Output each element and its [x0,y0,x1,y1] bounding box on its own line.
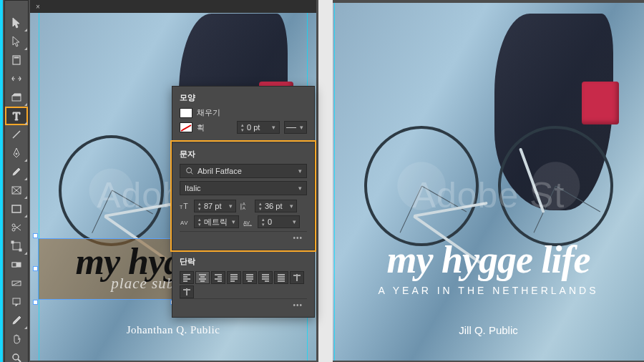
more-options-icon[interactable]: ••• [293,234,303,242]
justify-right-button[interactable] [258,271,273,284]
svg-rect-19 [13,298,20,304]
step-down-icon: ▾ [239,127,245,132]
author-text[interactable]: Johanthan Q. Public [30,324,316,336]
svg-point-9 [12,224,15,227]
eyedropper-tool[interactable] [5,311,28,330]
svg-text:A: A [243,205,246,210]
leading-input[interactable] [265,202,286,210]
more-options-icon[interactable]: ••• [293,301,303,309]
leading-icon: AA [240,201,250,211]
step-up-icon: ▴ [239,122,245,127]
type-tool[interactable] [5,107,28,125]
subtitle-text: A YEAR IN THE NETHERLANDS [333,285,644,296]
svg-text:T: T [183,202,188,210]
justify-all-button[interactable] [274,271,288,284]
svg-rect-17 [12,263,16,267]
svg-rect-8 [12,205,21,212]
font-style-select[interactable]: Italic ▾ [180,181,307,195]
tools-panel: T [4,0,29,362]
svg-text:T: T [180,205,183,210]
svg-text:V: V [184,220,188,226]
pencil-tool[interactable] [5,162,28,181]
character-section: 문자 Abril Fatface ▾ Italic ▾ TT ▴▾ ▾ A [172,142,314,250]
photo-bicycle [364,103,613,246]
align-center-button[interactable] [195,271,210,284]
gradient-swatch-tool[interactable] [5,255,28,274]
scissors-tool[interactable] [5,218,28,237]
author-text: Jill Q. Public [333,324,644,336]
kerning-input[interactable] [204,217,228,226]
svg-rect-1 [14,57,19,58]
pen-tool[interactable] [5,144,28,162]
svg-line-25 [191,172,193,175]
guide-vertical[interactable] [39,3,39,361]
chevron-down-icon[interactable]: ▾ [298,185,302,192]
free-transform-tool[interactable] [5,237,28,255]
gradient-feather-tool[interactable] [5,274,28,293]
document-tab-bar: × [30,0,316,13]
rectangle-tool[interactable] [5,200,28,218]
svg-point-20 [13,354,19,360]
stroke-label: 획 [197,122,205,133]
chevron-down-icon[interactable]: ▾ [298,124,305,131]
selection-tool[interactable] [5,14,28,32]
justify-left-button[interactable] [227,271,241,284]
chevron-down-icon: ▾ [291,218,298,225]
chevron-down-icon: ▾ [227,202,234,210]
note-tool[interactable] [5,293,28,311]
gap-tool[interactable] [5,69,28,88]
leading-field[interactable]: ▴▾ ▾ [255,200,297,212]
properties-panel: 모양 채우기 획 ▴▾ ▾ ▾ 문자 [172,86,315,318]
zoom-tool[interactable] [5,348,28,362]
hand-tool[interactable] [5,330,28,348]
chevron-down-icon: ▾ [230,218,237,225]
search-icon [185,166,195,176]
tracking-icon: AV [243,217,253,227]
align-away-spine-button[interactable] [180,285,194,298]
content-collector-tool[interactable] [5,88,28,107]
line-tool[interactable] [5,125,28,144]
rectangle-frame-tool[interactable] [5,181,28,200]
kerning-icon: AV [180,217,190,227]
align-spine-button[interactable] [290,271,304,284]
chevron-down-icon[interactable]: ▾ [270,124,277,131]
svg-text:AV: AV [243,220,250,225]
paragraph-heading: 단락 [180,256,307,267]
justify-center-button[interactable] [243,271,257,284]
align-left-button[interactable] [180,271,194,284]
stroke-style-field[interactable]: ▾ [284,121,307,134]
font-size-field[interactable]: ▴▾ ▾ [194,200,236,212]
fill-label: 채우기 [197,107,220,118]
font-style-value: Italic [185,184,201,192]
app-edge-highlight [0,0,3,362]
align-right-button[interactable] [211,271,225,284]
tab-close-icon[interactable]: × [36,3,40,11]
font-size-input[interactable] [204,202,225,210]
kerning-field[interactable]: ▴▾ ▾ [194,215,239,228]
stroke-weight-field[interactable]: ▴▾ ▾ [237,121,280,134]
fill-swatch[interactable] [180,108,192,118]
page-tool[interactable] [5,51,28,69]
title-text: my hygge life [333,238,644,282]
svg-rect-15 [19,249,21,251]
svg-point-4 [16,153,17,155]
svg-line-21 [18,359,21,362]
svg-rect-2 [12,96,21,101]
character-heading: 문자 [180,149,307,160]
chevron-down-icon[interactable]: ▾ [298,167,302,175]
guide-vertical[interactable] [334,3,335,361]
tracking-input[interactable] [268,217,289,226]
font-family-select[interactable]: Abril Fatface ▾ [180,164,307,178]
tracking-field[interactable]: ▴▾ ▾ [258,215,300,228]
svg-point-10 [12,228,15,231]
direct-selection-tool[interactable] [5,32,28,51]
font-family-value: Abril Fatface [197,167,242,175]
title-block: my hygge life A YEAR IN THE NETHERLANDS [333,238,644,296]
svg-rect-14 [11,241,14,243]
font-size-icon: TT [180,201,190,211]
right-document-canvas[interactable]: Adobe St my hygge life A YEAR IN THE NET… [333,3,644,361]
stroke-weight-input[interactable] [247,123,268,132]
chevron-down-icon: ▾ [288,202,295,210]
svg-point-24 [187,168,192,173]
stroke-swatch[interactable] [180,122,192,132]
